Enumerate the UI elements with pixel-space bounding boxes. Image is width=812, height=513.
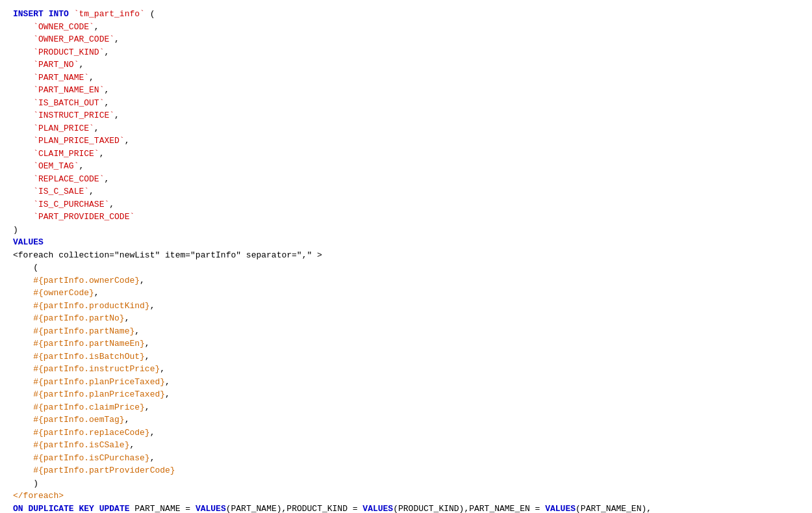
code-line: `PART_NAME_EN`,	[13, 85, 109, 95]
code-line: `PART_PROVIDER_CODE`	[13, 212, 134, 222]
code-line: #{partInfo.planPriceTaxed},	[13, 377, 170, 387]
code-line: `IS_C_SALE`,	[13, 187, 94, 196]
code-content: INSERT INTO `tm_part_info` ( `OWNER_CODE…	[0, 5, 812, 513]
code-line: `OWNER_CODE`,	[13, 22, 99, 32]
code-line: #{partInfo.partProviderCode}	[13, 466, 175, 475]
code-line: ON DUPLICATE KEY UPDATE PART_NAME = VALU…	[13, 504, 652, 514]
code-line: #{partInfo.partNameEn},	[13, 339, 150, 349]
code-line: )	[13, 479, 38, 488]
code-line: #{ownerCode},	[13, 288, 99, 298]
code-line: INSERT INTO `tm_part_info` (	[13, 9, 155, 19]
code-line: #{partInfo.replaceCode},	[13, 428, 155, 438]
code-line: `PART_NAME`,	[13, 73, 94, 83]
code-line: `IS_BATCH_OUT`,	[13, 98, 109, 108]
code-line: `PLAN_PRICE_TAXED`,	[13, 136, 129, 146]
code-line: (	[13, 263, 38, 272]
code-line: )	[13, 225, 18, 235]
code-line: `PLAN_PRICE`,	[13, 124, 99, 133]
code-line: #{partInfo.isCPurchase},	[13, 453, 155, 463]
code-container: INSERT INTO `tm_part_info` ( `OWNER_CODE…	[0, 0, 812, 513]
code-line: #{partInfo.productKind},	[13, 301, 155, 311]
code-line: #{partInfo.partName},	[13, 326, 140, 336]
code-line: #{partInfo.planPriceTaxed},	[13, 389, 170, 399]
code-line: #{partInfo.instructPrice},	[13, 364, 165, 374]
code-line: #{partInfo.partNo},	[13, 313, 129, 323]
code-line: #{partInfo.claimPrice},	[13, 402, 150, 412]
code-line: `OEM_TAG`,	[13, 161, 84, 171]
code-line: #{partInfo.oemTag},	[13, 415, 129, 425]
code-line: `CLAIM_PRICE`,	[13, 149, 104, 159]
code-line: #{partInfo.isCSale},	[13, 440, 134, 450]
code-line: #{partInfo.isBatchOut},	[13, 352, 150, 362]
code-line: `REPLACE_CODE`,	[13, 174, 109, 184]
code-line: VALUES	[13, 237, 44, 247]
code-line: `INSTRUCT_PRICE`,	[13, 111, 120, 120]
code-line: `PRODUCT_KIND`,	[13, 47, 109, 57]
code-line: `OWNER_PAR_CODE`,	[13, 34, 120, 44]
code-line: `PART_NO`,	[13, 60, 84, 70]
code-line: `IS_C_PURCHASE`,	[13, 200, 114, 209]
code-line: #{partInfo.ownerCode},	[13, 276, 145, 285]
code-line: </foreach>	[13, 491, 64, 501]
code-line: <foreach collection="newList" item="part…	[13, 250, 322, 260]
